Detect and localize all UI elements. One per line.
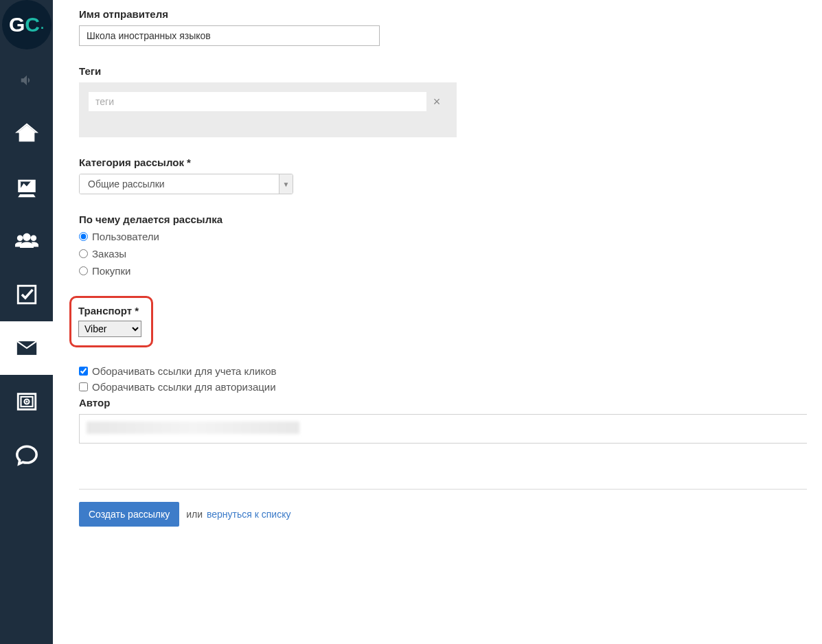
- sender-label: Имя отправителя: [79, 8, 822, 20]
- checkbox-wrap-clicks-label: Оборачивать ссылки для учета кликов: [92, 365, 277, 377]
- wrap-auth-row[interactable]: Оборачивать ссылки для авторизации: [79, 381, 822, 393]
- logo-g: G: [9, 13, 25, 36]
- author-blurred-value: [87, 422, 299, 434]
- author-group: Автор: [79, 397, 822, 444]
- basis-group: По чему делается рассылка Пользователи З…: [79, 214, 822, 277]
- transport-highlight-box: Транспорт * Viber: [69, 296, 153, 347]
- logo-c: C: [25, 13, 40, 36]
- nav-users[interactable]: [0, 214, 53, 268]
- author-input[interactable]: [79, 414, 807, 444]
- category-select[interactable]: Общие рассылки ▼: [79, 174, 293, 194]
- category-label: Категория рассылок *: [79, 157, 822, 168]
- basis-label: По чему делается рассылка: [79, 214, 822, 225]
- check-icon: [15, 283, 38, 306]
- nav-mail[interactable]: [0, 321, 53, 375]
- transport-label: Транспорт *: [78, 305, 141, 317]
- form-actions: Создать рассылку или вернуться к списку: [79, 502, 822, 527]
- chevron-down-icon: ▼: [279, 174, 293, 194]
- category-group: Категория рассылок * Общие рассылки ▼: [79, 157, 822, 194]
- checkbox-wrap-auth[interactable]: [79, 382, 88, 391]
- radio-purchases[interactable]: [79, 266, 88, 275]
- tags-container: ×: [79, 82, 457, 137]
- basis-option-users[interactable]: Пользователи: [79, 231, 822, 242]
- main-content: Имя отправителя Теги × Категория рассыло…: [53, 0, 822, 644]
- chart-icon: [15, 176, 38, 199]
- users-icon: [15, 229, 38, 253]
- logo: GC.: [2, 0, 52, 49]
- sender-group: Имя отправителя: [79, 8, 822, 46]
- radio-orders[interactable]: [79, 249, 88, 258]
- safe-icon: [15, 390, 38, 413]
- author-label: Автор: [79, 397, 822, 409]
- nav-chat[interactable]: [0, 428, 53, 482]
- checkbox-wrap-clicks[interactable]: [79, 367, 88, 376]
- category-value: Общие рассылки: [80, 174, 279, 194]
- nav-chart[interactable]: [0, 161, 53, 214]
- sender-input[interactable]: [79, 25, 380, 46]
- wrap-options-group: Оборачивать ссылки для учета кликов Обор…: [79, 365, 822, 393]
- wrap-clicks-row[interactable]: Оборачивать ссылки для учета кликов: [79, 365, 822, 377]
- checkbox-wrap-auth-label: Оборачивать ссылки для авторизации: [92, 381, 276, 393]
- nav-safe[interactable]: [0, 375, 53, 428]
- divider: [79, 489, 807, 490]
- tags-group: Теги ×: [79, 65, 822, 137]
- basis-option-purchases[interactable]: Покупки: [79, 265, 822, 277]
- tags-input[interactable]: [89, 92, 426, 111]
- basis-option-orders[interactable]: Заказы: [79, 248, 822, 260]
- svg-point-4: [25, 401, 27, 403]
- sidebar: GC.: [0, 0, 53, 644]
- radio-users-label: Пользователи: [92, 231, 159, 242]
- tags-label: Теги: [79, 65, 822, 77]
- radio-orders-label: Заказы: [92, 248, 126, 260]
- back-link[interactable]: вернуться к списку: [207, 509, 290, 520]
- submit-button[interactable]: Создать рассылку: [79, 502, 179, 527]
- home-icon: [15, 122, 38, 146]
- mail-icon: [15, 336, 38, 360]
- transport-select[interactable]: Viber: [78, 321, 141, 337]
- or-text: или: [186, 509, 203, 520]
- tags-clear-button[interactable]: ×: [426, 92, 447, 109]
- nav-sound[interactable]: [0, 54, 53, 107]
- chat-icon: [15, 444, 38, 467]
- radio-purchases-label: Покупки: [92, 265, 130, 277]
- nav-check[interactable]: [0, 268, 53, 321]
- sound-icon: [19, 73, 34, 88]
- radio-users[interactable]: [79, 232, 88, 241]
- nav-home[interactable]: [0, 107, 53, 161]
- logo-dot: .: [41, 18, 44, 32]
